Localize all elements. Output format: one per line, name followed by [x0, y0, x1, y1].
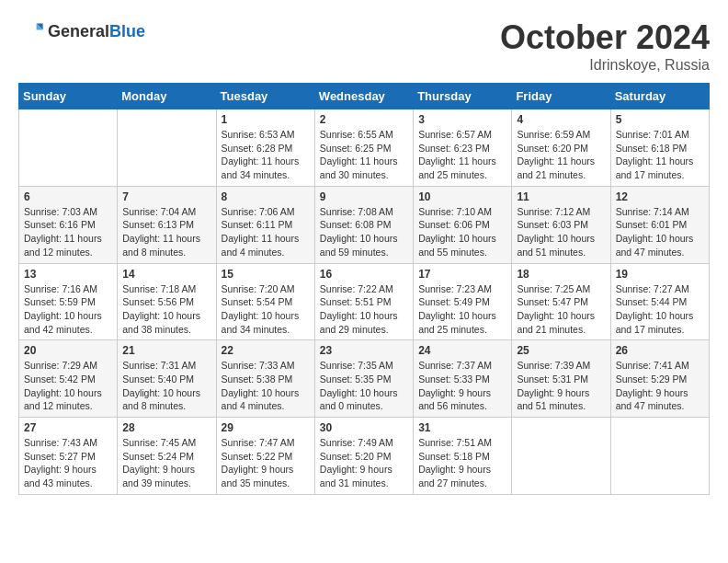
- cell-sun-info: Sunrise: 6:53 AM Sunset: 6:28 PM Dayligh…: [222, 128, 310, 182]
- column-header-tuesday: Tuesday: [216, 84, 314, 109]
- calendar-cell: 31Sunrise: 7:51 AM Sunset: 5:18 PM Dayli…: [414, 418, 512, 495]
- day-number: 7: [122, 190, 210, 203]
- calendar-cell: 7Sunrise: 7:04 AM Sunset: 6:13 PM Daylig…: [118, 186, 216, 263]
- logo-wordmark: GeneralBlue: [48, 22, 145, 41]
- cell-sun-info: Sunrise: 7:03 AM Sunset: 6:16 PM Dayligh…: [24, 205, 112, 259]
- day-number: 10: [418, 190, 506, 203]
- title-block: October 2024 Idrinskoye, Russia: [500, 18, 710, 74]
- calendar-cell: 14Sunrise: 7:18 AM Sunset: 5:56 PM Dayli…: [118, 263, 216, 340]
- calendar-cell: 26Sunrise: 7:41 AM Sunset: 5:29 PM Dayli…: [610, 340, 709, 418]
- cell-sun-info: Sunrise: 7:12 AM Sunset: 6:03 PM Dayligh…: [517, 205, 605, 259]
- calendar-title: October 2024: [500, 18, 710, 57]
- column-header-monday: Monday: [118, 84, 216, 109]
- cell-sun-info: Sunrise: 7:43 AM Sunset: 5:27 PM Dayligh…: [24, 436, 112, 490]
- calendar-week-row: 1Sunrise: 6:53 AM Sunset: 6:28 PM Daylig…: [19, 109, 710, 187]
- cell-sun-info: Sunrise: 7:18 AM Sunset: 5:56 PM Dayligh…: [122, 282, 210, 337]
- day-number: 4: [517, 113, 605, 126]
- day-number: 11: [517, 190, 605, 203]
- cell-sun-info: Sunrise: 7:16 AM Sunset: 5:59 PM Dayligh…: [24, 282, 112, 337]
- cell-sun-info: Sunrise: 7:27 AM Sunset: 5:44 PM Dayligh…: [616, 282, 704, 337]
- day-number: 5: [616, 113, 704, 126]
- calendar-week-row: 6Sunrise: 7:03 AM Sunset: 6:16 PM Daylig…: [19, 186, 710, 263]
- day-number: 13: [24, 268, 112, 281]
- column-header-thursday: Thursday: [414, 84, 512, 109]
- calendar-cell: 17Sunrise: 7:23 AM Sunset: 5:49 PM Dayli…: [414, 263, 512, 340]
- day-number: 12: [616, 190, 704, 203]
- day-number: 1: [222, 113, 310, 126]
- calendar-cell: 28Sunrise: 7:45 AM Sunset: 5:24 PM Dayli…: [118, 418, 216, 495]
- cell-sun-info: Sunrise: 7:29 AM Sunset: 5:42 PM Dayligh…: [24, 359, 112, 413]
- cell-sun-info: Sunrise: 7:49 AM Sunset: 5:20 PM Dayligh…: [320, 436, 408, 490]
- calendar-week-row: 20Sunrise: 7:29 AM Sunset: 5:42 PM Dayli…: [19, 340, 710, 418]
- day-number: 17: [418, 268, 506, 281]
- calendar-week-row: 13Sunrise: 7:16 AM Sunset: 5:59 PM Dayli…: [19, 263, 710, 340]
- calendar-cell: 15Sunrise: 7:20 AM Sunset: 5:54 PM Dayli…: [216, 263, 314, 340]
- calendar-cell: 18Sunrise: 7:25 AM Sunset: 5:47 PM Dayli…: [512, 263, 610, 340]
- day-number: 29: [222, 421, 310, 434]
- cell-sun-info: Sunrise: 6:59 AM Sunset: 6:20 PM Dayligh…: [517, 128, 605, 182]
- calendar-cell: 19Sunrise: 7:27 AM Sunset: 5:44 PM Dayli…: [610, 263, 709, 340]
- column-header-sunday: Sunday: [19, 84, 118, 109]
- day-number: 9: [320, 190, 408, 203]
- logo: GeneralBlue: [18, 18, 145, 44]
- logo-general: General: [48, 22, 109, 40]
- calendar-cell: 16Sunrise: 7:22 AM Sunset: 5:51 PM Dayli…: [314, 263, 413, 340]
- cell-sun-info: Sunrise: 7:39 AM Sunset: 5:31 PM Dayligh…: [517, 359, 605, 413]
- calendar-cell: [512, 418, 610, 495]
- day-number: 27: [24, 421, 112, 434]
- calendar-cell: 10Sunrise: 7:10 AM Sunset: 6:06 PM Dayli…: [414, 186, 512, 263]
- calendar-cell: 11Sunrise: 7:12 AM Sunset: 6:03 PM Dayli…: [512, 186, 610, 263]
- cell-sun-info: Sunrise: 7:14 AM Sunset: 6:01 PM Dayligh…: [616, 205, 704, 259]
- day-number: 15: [222, 268, 310, 281]
- day-number: 8: [222, 190, 310, 203]
- cell-sun-info: Sunrise: 7:10 AM Sunset: 6:06 PM Dayligh…: [418, 205, 506, 259]
- calendar-cell: 30Sunrise: 7:49 AM Sunset: 5:20 PM Dayli…: [314, 418, 413, 495]
- cell-sun-info: Sunrise: 7:47 AM Sunset: 5:22 PM Dayligh…: [222, 436, 310, 490]
- calendar-cell: 4Sunrise: 6:59 AM Sunset: 6:20 PM Daylig…: [512, 109, 610, 187]
- calendar-cell: 21Sunrise: 7:31 AM Sunset: 5:40 PM Dayli…: [118, 340, 216, 418]
- column-header-saturday: Saturday: [610, 84, 709, 109]
- day-number: 26: [616, 344, 704, 357]
- day-number: 19: [616, 268, 704, 281]
- logo-icon: [18, 18, 44, 44]
- day-number: 21: [122, 344, 210, 357]
- cell-sun-info: Sunrise: 7:22 AM Sunset: 5:51 PM Dayligh…: [320, 282, 408, 337]
- calendar-cell: 27Sunrise: 7:43 AM Sunset: 5:27 PM Dayli…: [19, 418, 118, 495]
- day-number: 20: [24, 344, 112, 357]
- cell-sun-info: Sunrise: 7:51 AM Sunset: 5:18 PM Dayligh…: [418, 436, 506, 490]
- calendar-cell: 20Sunrise: 7:29 AM Sunset: 5:42 PM Dayli…: [19, 340, 118, 418]
- cell-sun-info: Sunrise: 7:01 AM Sunset: 6:18 PM Dayligh…: [616, 128, 704, 182]
- day-number: 2: [320, 113, 408, 126]
- day-number: 25: [517, 344, 605, 357]
- day-number: 24: [418, 344, 506, 357]
- calendar-cell: 6Sunrise: 7:03 AM Sunset: 6:16 PM Daylig…: [19, 186, 118, 263]
- calendar-week-row: 27Sunrise: 7:43 AM Sunset: 5:27 PM Dayli…: [19, 418, 710, 495]
- cell-sun-info: Sunrise: 7:45 AM Sunset: 5:24 PM Dayligh…: [122, 436, 210, 490]
- calendar-cell: 29Sunrise: 7:47 AM Sunset: 5:22 PM Dayli…: [216, 418, 314, 495]
- calendar-table: SundayMondayTuesdayWednesdayThursdayFrid…: [18, 83, 710, 495]
- page-header: GeneralBlue October 2024 Idrinskoye, Rus…: [18, 18, 710, 74]
- day-number: 31: [418, 421, 506, 434]
- cell-sun-info: Sunrise: 7:23 AM Sunset: 5:49 PM Dayligh…: [418, 282, 506, 337]
- column-header-friday: Friday: [512, 84, 610, 109]
- day-number: 3: [418, 113, 506, 126]
- calendar-cell: 24Sunrise: 7:37 AM Sunset: 5:33 PM Dayli…: [414, 340, 512, 418]
- calendar-cell: [610, 418, 709, 495]
- logo-blue: Blue: [109, 22, 145, 40]
- cell-sun-info: Sunrise: 6:55 AM Sunset: 6:25 PM Dayligh…: [320, 128, 408, 182]
- calendar-cell: 5Sunrise: 7:01 AM Sunset: 6:18 PM Daylig…: [610, 109, 709, 187]
- calendar-cell: [19, 109, 118, 187]
- day-number: 30: [320, 421, 408, 434]
- day-number: 22: [222, 344, 310, 357]
- cell-sun-info: Sunrise: 6:57 AM Sunset: 6:23 PM Dayligh…: [418, 128, 506, 182]
- cell-sun-info: Sunrise: 7:06 AM Sunset: 6:11 PM Dayligh…: [222, 205, 310, 259]
- calendar-cell: 9Sunrise: 7:08 AM Sunset: 6:08 PM Daylig…: [314, 186, 413, 263]
- day-number: 6: [24, 190, 112, 203]
- cell-sun-info: Sunrise: 7:04 AM Sunset: 6:13 PM Dayligh…: [122, 205, 210, 259]
- day-number: 18: [517, 268, 605, 281]
- day-number: 14: [122, 268, 210, 281]
- cell-sun-info: Sunrise: 7:20 AM Sunset: 5:54 PM Dayligh…: [222, 282, 310, 337]
- cell-sun-info: Sunrise: 7:31 AM Sunset: 5:40 PM Dayligh…: [122, 359, 210, 413]
- cell-sun-info: Sunrise: 7:33 AM Sunset: 5:38 PM Dayligh…: [222, 359, 310, 413]
- cell-sun-info: Sunrise: 7:35 AM Sunset: 5:35 PM Dayligh…: [320, 359, 408, 413]
